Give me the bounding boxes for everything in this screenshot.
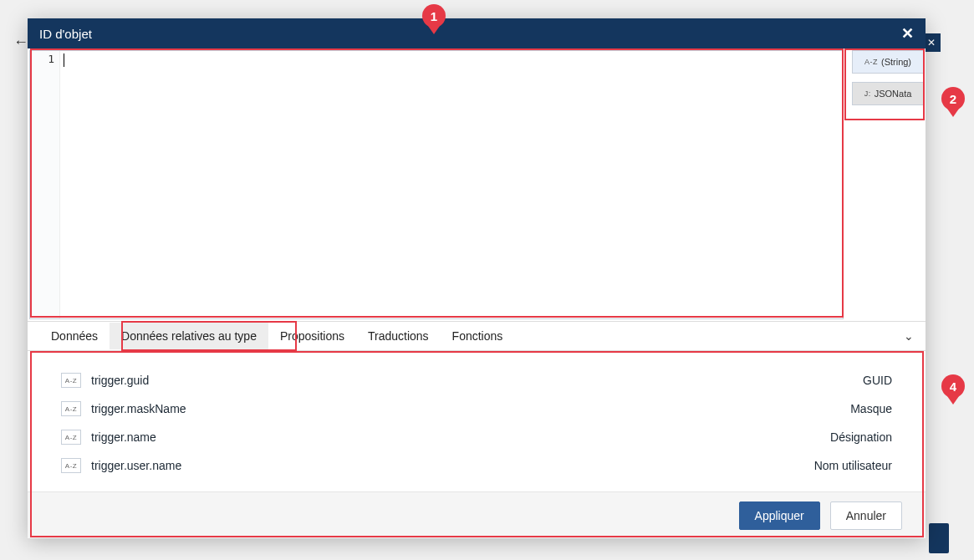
editor-area: 1 A-Z (String) J: JSONata <box>29 50 924 319</box>
type-badge-icon: A-Z <box>61 401 81 416</box>
tab-donnees-type[interactable]: Données relatives au type <box>110 323 268 349</box>
row-desc: Masque <box>850 402 892 415</box>
data-row[interactable]: A-Z trigger.guid GUID <box>61 366 892 395</box>
type-badge-icon: A-Z <box>61 430 81 445</box>
type-badge-icon: A-Z <box>61 458 81 473</box>
row-path: trigger.user.name <box>91 459 181 472</box>
data-row[interactable]: A-Z trigger.name Désignation <box>61 423 892 451</box>
code-editor[interactable]: 1 <box>29 50 844 319</box>
cancel-button[interactable]: Annuler <box>830 501 902 530</box>
editor-content[interactable] <box>60 51 843 318</box>
chevron-down-icon[interactable]: ⌄ <box>904 329 914 343</box>
apply-button[interactable]: Appliquer <box>739 501 820 530</box>
tab-propositions[interactable]: Propositions <box>268 323 356 349</box>
row-path: trigger.maskName <box>91 402 186 415</box>
row-desc: Nom utilisateur <box>814 459 892 472</box>
tab-fonctions[interactable]: Fonctions <box>441 323 515 349</box>
dialog: ID d'objet ✕ 1 A-Z (String) J: JSONata D… <box>28 18 926 538</box>
tab-donnees[interactable]: Données <box>39 323 110 349</box>
tab-traductions[interactable]: Traductions <box>356 323 441 349</box>
data-row[interactable]: A-Z trigger.user.name Nom utilisateur <box>61 451 892 480</box>
dialog-footer: Appliquer Annuler <box>28 491 926 538</box>
bg-button <box>929 523 949 553</box>
close-icon[interactable]: ✕ <box>901 26 914 41</box>
dialog-header: ID d'objet ✕ <box>28 18 926 48</box>
data-row[interactable]: A-Z trigger.maskName Masque <box>61 395 892 423</box>
type-jsonata-button[interactable]: J: JSONata <box>852 82 924 105</box>
type-badge-icon: A-Z <box>61 373 81 388</box>
editor-gutter: 1 <box>30 51 60 318</box>
row-path: trigger.guid <box>91 374 149 387</box>
dialog-title: ID d'objet <box>39 27 92 41</box>
dialog-content: 1 A-Z (String) J: JSONata Données Donnée… <box>28 48 926 538</box>
row-desc: GUID <box>863 374 892 387</box>
tabs: Données Données relatives au type Propos… <box>28 321 926 351</box>
back-arrow-icon[interactable]: ← <box>13 33 28 51</box>
data-panel: A-Z trigger.guid GUID A-Z trigger.maskNa… <box>28 351 926 491</box>
row-desc: Désignation <box>830 430 892 444</box>
type-string-button[interactable]: A-Z (String) <box>852 50 924 74</box>
row-path: trigger.name <box>91 430 156 444</box>
type-buttons: A-Z (String) J: JSONata <box>844 50 924 319</box>
